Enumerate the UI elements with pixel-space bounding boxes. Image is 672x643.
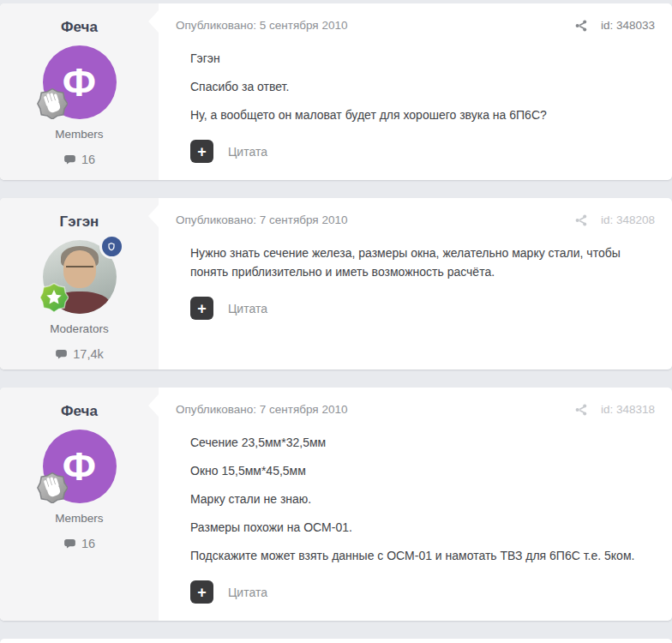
post-content: Опубликовано: 7 сентября 2010 id: 348318… (159, 388, 672, 621)
comment-bubble-icon (55, 348, 68, 361)
wave-hand-badge-icon (37, 472, 68, 503)
avatar: Ф (43, 430, 117, 503)
post-id[interactable]: id: 348318 (601, 403, 655, 416)
post-header: Опубликовано: 5 сентября 2010 id: 348033 (176, 3, 655, 32)
post-paragraph: Спасибо за ответ. (190, 77, 655, 96)
post-author-panel: Феча Ф Members 16 (0, 3, 159, 180)
post-count: 16 (0, 153, 159, 166)
wave-hand-badge-icon (37, 88, 68, 119)
plus-icon: + (197, 585, 207, 600)
forum-post: Феча Ф Members 16 (0, 3, 672, 180)
post-count-value: 16 (81, 153, 95, 166)
plus-icon: + (197, 301, 207, 316)
forum-post: Феча Ф Members 16 (0, 388, 672, 621)
post-body: Сечение 23,5мм*32,5мм Окно 15,5мм*45,5мм… (190, 433, 655, 565)
quote-button-label[interactable]: Цитата (228, 302, 267, 315)
post-content: Опубликовано: 5 сентября 2010 id: 348033… (159, 3, 672, 180)
forum-post: Гэгэн Moderators 17,4k (0, 198, 672, 370)
avatar (43, 240, 117, 314)
post-paragraph: Размеры похожи на ОСМ-01. (190, 518, 655, 537)
post-count-value: 17,4k (73, 347, 103, 361)
post-id[interactable]: id: 348208 (601, 213, 655, 226)
share-icon[interactable] (575, 20, 587, 32)
post-paragraph: Ну, а вообщето он маловат будет для хоро… (190, 105, 655, 124)
comment-bubble-icon (63, 153, 76, 166)
author-name-link[interactable]: Феча (0, 19, 159, 36)
quote-row: + Цитата (190, 580, 655, 604)
member-group-label: Moderators (0, 322, 159, 335)
published-date: Опубликовано: 7 сентября 2010 (176, 213, 347, 226)
post-paragraph: Подскажите может взять данные с ОСМ-01 и… (190, 546, 655, 565)
post-count-value: 16 (81, 537, 95, 550)
post-header: Опубликовано: 7 сентября 2010 id: 348208 (176, 198, 655, 226)
photo-glasses (66, 266, 93, 275)
post-content: Опубликовано: 7 сентября 2010 id: 348208… (159, 198, 672, 370)
member-group-label: Members (0, 512, 159, 525)
author-name-link[interactable]: Гэгэн (0, 213, 159, 231)
post-paragraph: Окно 15,5мм*45,5мм (190, 461, 655, 480)
author-name-link[interactable]: Феча (0, 403, 159, 420)
star-badge-icon (39, 283, 69, 312)
post-paragraph: Гэгэн (190, 49, 655, 68)
share-icon[interactable] (575, 214, 587, 226)
quote-plus-button[interactable]: + (190, 140, 213, 163)
post-body: Гэгэн Спасибо за ответ. Ну, а вообщето о… (190, 49, 655, 124)
quote-row: + Цитата (190, 140, 655, 163)
post-paragraph: Сечение 23,5мм*32,5мм (190, 433, 655, 452)
quote-button-label[interactable]: Цитата (228, 145, 267, 159)
post-body: Нужно знать сечение железа, размеры окна… (190, 243, 655, 281)
published-date: Опубликовано: 7 сентября 2010 (176, 403, 347, 416)
post-author-panel: Феча Ф Members 16 (0, 388, 159, 621)
post-header: Опубликовано: 7 сентября 2010 id: 348318 (176, 388, 655, 416)
quote-plus-button[interactable]: + (190, 297, 213, 320)
comment-bubble-icon (63, 538, 76, 550)
quote-row: + Цитата (190, 297, 655, 320)
post-paragraph: Марку стали не знаю. (190, 490, 655, 508)
post-count: 16 (0, 537, 159, 550)
published-date: Опубликовано: 5 сентября 2010 (176, 19, 347, 32)
share-icon[interactable] (575, 404, 587, 416)
bubble-notch (148, 10, 159, 33)
quote-button-label[interactable]: Цитата (228, 586, 267, 599)
next-post-edge (0, 639, 672, 643)
member-group-label: Members (0, 128, 159, 141)
avatar: Ф (43, 45, 117, 119)
hand-icon (37, 88, 68, 119)
post-id[interactable]: id: 348033 (601, 19, 655, 32)
post-paragraph: Нужно знать сечение железа, размеры окна… (190, 243, 655, 281)
hand-icon (37, 472, 68, 503)
quote-plus-button[interactable]: + (190, 580, 213, 604)
moderator-shield-icon (102, 237, 122, 256)
bubble-notch (148, 205, 159, 227)
post-author-panel: Гэгэн Moderators 17,4k (0, 198, 159, 370)
bubble-notch (148, 394, 159, 417)
plus-icon: + (197, 144, 207, 159)
post-count: 17,4k (0, 347, 159, 361)
